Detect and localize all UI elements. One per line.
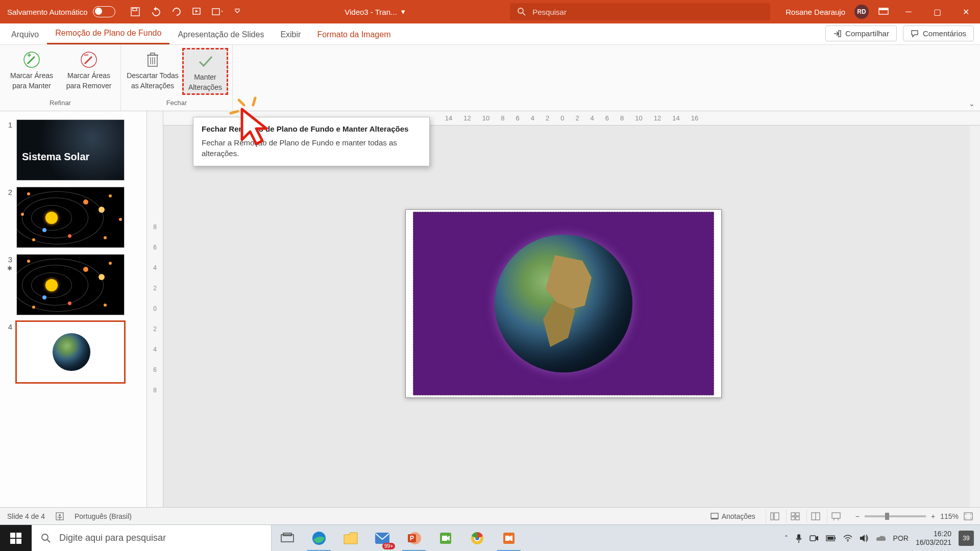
- zoom-level[interactable]: 115%: [940, 512, 959, 520]
- doc-dropdown-icon[interactable]: ▾: [401, 7, 405, 16]
- slide-thumb-2[interactable]: [16, 187, 125, 248]
- svg-rect-41: [10, 539, 15, 544]
- collapse-ribbon-icon[interactable]: ⌄: [969, 99, 975, 108]
- slide-counter[interactable]: Slide 4 de 4: [7, 512, 45, 520]
- slide-canvas[interactable]: [405, 209, 722, 398]
- svg-rect-39: [10, 533, 15, 538]
- slide-thumb-3[interactable]: [16, 254, 125, 315]
- minimize-button[interactable]: ─: [894, 0, 923, 23]
- selected-image-frame[interactable]: [413, 212, 714, 395]
- tab-exibir[interactable]: Exibir: [272, 25, 309, 44]
- sorter-view-icon[interactable]: [786, 510, 804, 523]
- svg-rect-35: [832, 513, 840, 518]
- search-box[interactable]: [510, 3, 770, 20]
- edge-browser-icon[interactable]: [303, 525, 335, 552]
- svg-rect-29: [791, 513, 795, 516]
- thumb-number: 4: [4, 321, 12, 383]
- comments-button[interactable]: Comentários: [903, 26, 974, 41]
- slide-thumb-1[interactable]: Sistema Solar: [16, 119, 125, 181]
- tab-arquivo[interactable]: Arquivo: [3, 25, 47, 44]
- svg-rect-9: [839, 31, 841, 37]
- svg-rect-1: [133, 8, 137, 11]
- user-avatar[interactable]: RD: [854, 5, 869, 19]
- accessibility-check-icon[interactable]: [55, 512, 64, 521]
- comments-label: Comentários: [923, 29, 966, 38]
- taskbar-search-placeholder: Digite aqui para pesquisar: [59, 533, 166, 543]
- svg-point-24: [59, 514, 61, 516]
- start-button[interactable]: [0, 525, 32, 552]
- volume-icon[interactable]: [860, 534, 869, 542]
- svg-rect-60: [810, 536, 816, 541]
- battery-icon[interactable]: [826, 535, 836, 541]
- search-input[interactable]: [532, 8, 763, 16]
- onedrive-icon[interactable]: [876, 535, 886, 542]
- taskbar-search[interactable]: Digite aqui para pesquisar: [32, 525, 272, 552]
- tooltip-body: Fechar a Remoção de Plano de Fundo e man…: [202, 137, 421, 159]
- qat-more-icon[interactable]: [211, 6, 223, 17]
- mark-areas-remove-button[interactable]: − Marcar Áreas para Remover: [61, 48, 116, 92]
- tooltip-title: Fechar Remoção de Plano de Fundo e Mante…: [202, 124, 421, 133]
- autosave-toggle[interactable]: [93, 6, 115, 17]
- mark-areas-keep-button[interactable]: + Marcar Áreas para Manter: [4, 48, 59, 92]
- meet-now-icon[interactable]: [810, 535, 819, 542]
- maximize-button[interactable]: ▢: [923, 0, 951, 23]
- undo-icon[interactable]: [150, 6, 161, 17]
- wifi-icon[interactable]: [843, 535, 852, 542]
- zoom-out-button[interactable]: −: [855, 512, 860, 520]
- svg-text:+: +: [27, 51, 31, 59]
- camtasia-icon[interactable]: [430, 525, 461, 552]
- mail-icon[interactable]: 99+: [366, 525, 398, 552]
- svg-point-64: [847, 541, 848, 542]
- file-explorer-icon[interactable]: [335, 525, 366, 552]
- ribbon-display-icon[interactable]: [878, 6, 889, 17]
- user-name[interactable]: Rosane Dearaujo: [786, 8, 845, 16]
- svg-rect-40: [16, 533, 21, 538]
- slide-editor[interactable]: 14121086420246810121416 864202468: [147, 111, 980, 507]
- slide-thumb-4[interactable]: [16, 321, 125, 383]
- svg-text:P: P: [410, 535, 414, 542]
- zoom-slider[interactable]: [865, 515, 926, 517]
- slide-thumbnails-pane[interactable]: 1 Sistema Solar 2 3: [0, 111, 147, 507]
- svg-rect-28: [774, 513, 779, 520]
- tray-overflow-icon[interactable]: ˄: [785, 534, 788, 542]
- pencil-minus-icon: −: [79, 50, 99, 69]
- from-beginning-icon[interactable]: [191, 6, 202, 17]
- keep-changes-button[interactable]: Manter Alterações: [182, 48, 228, 95]
- qat-dropdown-icon[interactable]: [232, 6, 243, 17]
- svg-rect-58: [505, 536, 509, 541]
- zoom-in-button[interactable]: +: [931, 512, 935, 520]
- search-icon: [517, 7, 526, 16]
- chrome-icon[interactable]: [461, 525, 493, 552]
- svg-rect-53: [442, 536, 447, 541]
- share-button[interactable]: Compartilhar: [825, 26, 897, 41]
- normal-view-icon[interactable]: [766, 510, 784, 523]
- vertical-scrollbar[interactable]: [970, 126, 980, 507]
- svg-rect-62: [835, 537, 836, 539]
- search-icon: [41, 533, 51, 543]
- notes-button[interactable]: Anotações: [710, 512, 755, 520]
- discard-changes-button[interactable]: Descartar Todas as Alterações: [125, 48, 180, 95]
- microphone-icon[interactable]: [795, 534, 802, 543]
- recorder-icon[interactable]: [493, 525, 525, 552]
- powerpoint-icon[interactable]: P: [398, 525, 430, 552]
- reading-view-icon[interactable]: [806, 510, 825, 523]
- redo-icon[interactable]: [170, 6, 182, 17]
- tab-apresentacao[interactable]: Apresentação de Slides: [169, 25, 272, 44]
- tab-remocao-fundo[interactable]: Remoção de Plano de Fundo: [47, 23, 169, 44]
- keyboard-language[interactable]: POR: [893, 534, 909, 542]
- mail-badge: 99+: [382, 543, 395, 549]
- thumb-number: 1: [4, 119, 12, 181]
- close-button[interactable]: ✕: [951, 0, 980, 23]
- task-view-icon[interactable]: [272, 525, 303, 552]
- fit-window-icon[interactable]: [964, 512, 973, 520]
- slideshow-view-icon[interactable]: [827, 510, 845, 523]
- document-title: Video3 - Tran...: [345, 8, 397, 16]
- svg-rect-27: [771, 513, 773, 520]
- keep-changes-tooltip: Fechar Remoção de Plano de Fundo e Mante…: [193, 117, 430, 166]
- svg-rect-30: [796, 513, 799, 516]
- tab-formato-imagem[interactable]: Formato da Imagem: [309, 25, 399, 44]
- language-label[interactable]: Português (Brasil): [75, 512, 132, 520]
- notifications-icon[interactable]: 39: [959, 531, 974, 546]
- save-icon[interactable]: [130, 6, 141, 17]
- clock[interactable]: 16:20 16/03/2021: [916, 530, 951, 547]
